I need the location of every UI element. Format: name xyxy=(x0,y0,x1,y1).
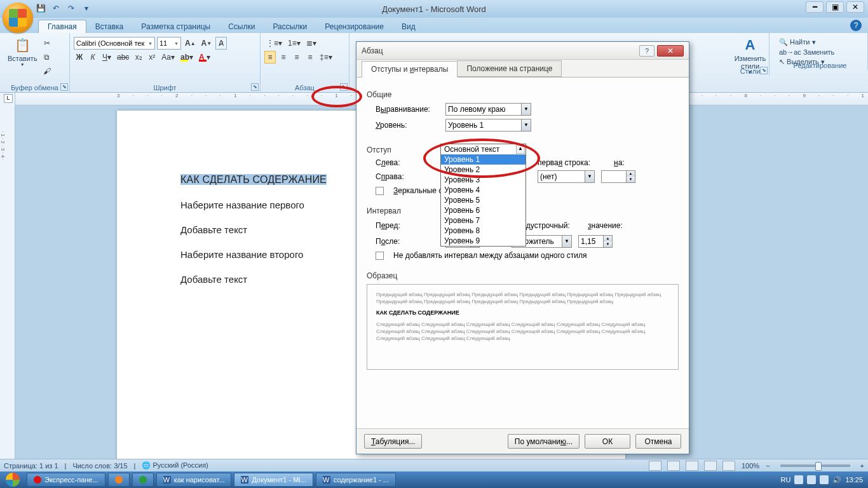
ok-button[interactable]: ОК xyxy=(585,434,630,449)
tray-clock[interactable]: 13:25 xyxy=(845,476,863,484)
multilevel-list-icon[interactable]: ≣▾ xyxy=(304,37,318,50)
shrink-font-icon[interactable]: A▼ xyxy=(200,37,214,50)
qat-customize-icon[interactable]: ▾ xyxy=(81,3,92,14)
taskbar-item[interactable]: Wкак нарисоват... xyxy=(156,473,232,487)
tabs-button[interactable]: Табуляция... xyxy=(364,434,422,449)
view-full-screen[interactable] xyxy=(667,461,680,471)
styles-dialog-launcher[interactable]: ⬊ xyxy=(760,67,768,74)
tray-icon[interactable] xyxy=(794,475,803,484)
line-spacing-value[interactable]: 1,15▲▼ xyxy=(578,235,613,248)
undo-icon[interactable]: ↶ xyxy=(50,3,62,14)
level-option[interactable]: Уровень 5 xyxy=(441,195,526,205)
tray-lang[interactable]: RU xyxy=(781,476,791,484)
dialog-titlebar[interactable]: Абзац ? ✕ xyxy=(356,42,689,60)
level-option[interactable]: Уровень 7 xyxy=(441,215,526,226)
view-web-layout[interactable] xyxy=(686,461,698,471)
maximize-button[interactable]: ▣ xyxy=(826,1,844,13)
find-button[interactable]: 🔍 Найти ▾ xyxy=(779,38,861,46)
copy-icon[interactable]: ⧉ xyxy=(41,51,53,64)
align-justify-icon[interactable]: ≡ xyxy=(304,51,316,64)
align-right-icon[interactable]: ≡ xyxy=(291,51,302,64)
level-option[interactable]: Уровень 8 xyxy=(441,226,526,236)
taskbar-item-active[interactable]: WДокумент1 - Mi... xyxy=(234,473,313,487)
underline-icon[interactable]: Ч▾ xyxy=(100,51,113,64)
level-option[interactable]: Уровень 6 xyxy=(441,205,526,215)
tab-mailings[interactable]: Рассылки xyxy=(264,20,316,33)
start-button[interactable] xyxy=(0,471,25,488)
grow-font-icon[interactable]: A▲ xyxy=(183,37,198,50)
dialog-tab-indents[interactable]: Отступы и интервалы xyxy=(362,61,458,78)
highlight-icon[interactable]: ab▾ xyxy=(179,51,195,64)
minimize-button[interactable]: ━ xyxy=(806,1,824,13)
outline-level-dropdown-list[interactable]: Основной текст Уровень 1 Уровень 2 Урове… xyxy=(440,144,526,247)
mirror-indents-checkbox[interactable] xyxy=(376,187,384,195)
italic-icon[interactable]: К xyxy=(87,51,98,64)
taskbar-item[interactable]: Экспресс-пане... xyxy=(27,473,105,487)
clear-formatting-icon[interactable]: A̷ xyxy=(215,37,227,50)
paste-button[interactable]: 📋 Вставить ▼ xyxy=(4,34,41,81)
align-center-icon[interactable]: ≡ xyxy=(278,51,289,64)
level-option-selected[interactable]: Уровень 1 xyxy=(441,154,526,165)
align-left-icon[interactable]: ≡ xyxy=(264,51,276,64)
clipboard-dialog-launcher[interactable]: ⬊ xyxy=(60,83,68,91)
view-outline[interactable] xyxy=(704,461,717,471)
taskbar-item-firefox[interactable] xyxy=(108,473,130,487)
view-draft[interactable] xyxy=(722,461,735,471)
font-size-combo[interactable]: 11▼ xyxy=(157,37,181,50)
tray-volume-icon[interactable]: 🔊 xyxy=(832,476,841,484)
format-painter-icon[interactable]: 🖌 xyxy=(41,65,53,78)
subscript-icon[interactable]: x₂ xyxy=(133,51,144,64)
font-color-icon[interactable]: A▾ xyxy=(197,51,212,64)
dialog-help-button[interactable]: ? xyxy=(639,45,654,57)
tab-review[interactable]: Рецензирование xyxy=(316,20,393,33)
tab-page-layout[interactable]: Разметка страницы xyxy=(132,20,219,33)
taskbar-item-utorrent[interactable] xyxy=(132,473,154,487)
dialog-close-button[interactable]: ✕ xyxy=(657,45,684,57)
bold-icon[interactable]: Ж xyxy=(74,51,85,64)
status-language[interactable]: 🌐 Русский (Россия) xyxy=(142,461,208,470)
tab-selector[interactable]: L xyxy=(4,94,13,103)
level-option[interactable]: Основной текст xyxy=(441,144,526,154)
zoom-in[interactable]: + xyxy=(860,462,864,470)
paragraph-dialog-launcher[interactable]: ⬊ xyxy=(340,83,348,91)
list-scroll-up-icon[interactable]: ▲ xyxy=(516,145,525,154)
taskbar-item[interactable]: Wсодержание1 - ... xyxy=(316,473,396,487)
save-icon[interactable]: 💾 xyxy=(35,3,46,14)
zoom-level[interactable]: 100% xyxy=(742,462,759,470)
line-spacing-icon[interactable]: ‡≡▾ xyxy=(318,51,334,64)
redo-icon[interactable]: ↷ xyxy=(65,3,77,14)
no-space-same-style-checkbox[interactable] xyxy=(376,252,384,260)
replace-button[interactable]: ab→ac Заменить xyxy=(779,48,861,56)
zoom-out[interactable]: − xyxy=(766,462,770,470)
tab-references[interactable]: Ссылки xyxy=(219,20,264,33)
tab-home[interactable]: Главная xyxy=(38,20,86,33)
alignment-combo[interactable]: По левому краю▼ xyxy=(445,103,531,116)
font-name-combo[interactable]: Calibri (Основной тек▼ xyxy=(74,37,155,50)
status-page[interactable]: Страница: 1 из 1 xyxy=(4,462,58,470)
outline-level-combo[interactable]: Уровень 1▼ xyxy=(445,119,531,132)
close-button[interactable]: ✕ xyxy=(846,1,864,13)
cut-icon[interactable]: ✂ xyxy=(41,37,53,50)
cancel-button[interactable]: Отмена xyxy=(635,434,681,449)
level-option[interactable]: Уровень 3 xyxy=(441,175,526,185)
help-icon[interactable]: ? xyxy=(850,20,862,31)
numbering-icon[interactable]: 1≡▾ xyxy=(286,37,302,50)
office-button[interactable] xyxy=(3,3,33,33)
tray-icon[interactable] xyxy=(820,475,829,484)
font-dialog-launcher[interactable]: ⬊ xyxy=(251,83,259,91)
level-option[interactable]: Уровень 9 xyxy=(441,236,526,246)
level-option[interactable]: Уровень 4 xyxy=(441,185,526,195)
special-indent-value[interactable]: ▲▼ xyxy=(601,170,635,183)
tab-view[interactable]: Вид xyxy=(393,20,424,33)
tab-insert[interactable]: Вставка xyxy=(86,20,133,33)
superscript-icon[interactable]: x² xyxy=(146,51,158,64)
change-case-icon[interactable]: Aa▾ xyxy=(159,51,177,64)
bullets-icon[interactable]: ⋮≡▾ xyxy=(264,37,284,50)
tray-icon[interactable] xyxy=(807,475,816,484)
status-wordcount[interactable]: Число слов: 3/15 xyxy=(72,462,127,470)
default-button[interactable]: По умолчанию... xyxy=(508,434,580,449)
strikethrough-icon[interactable]: abc xyxy=(115,51,131,64)
view-print-layout[interactable] xyxy=(649,461,661,471)
dialog-tab-position[interactable]: Положение на странице xyxy=(457,60,562,77)
special-indent-combo[interactable]: (нет)▼ xyxy=(538,170,595,183)
